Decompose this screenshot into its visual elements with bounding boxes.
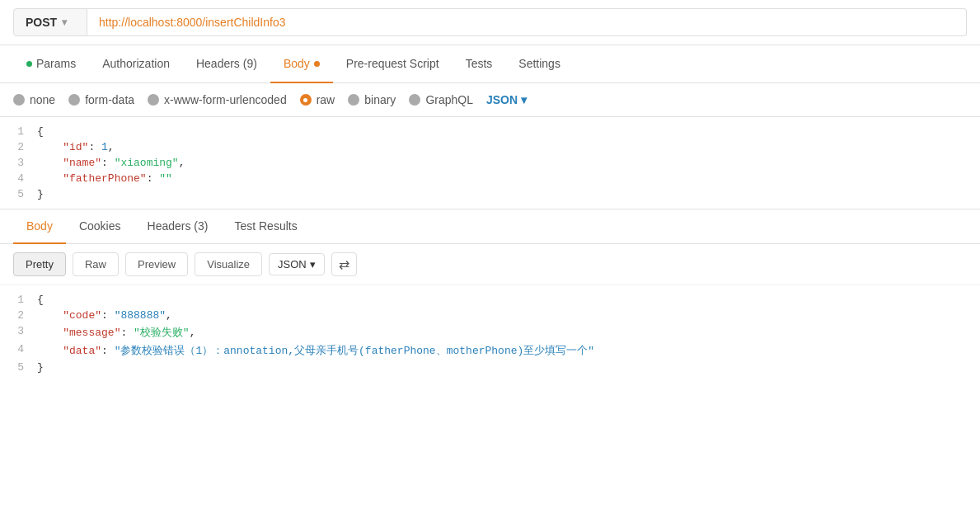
tab-tests[interactable]: Tests	[452, 45, 506, 83]
resp-content-3: "message": "校验失败",	[37, 325, 980, 340]
resp-tab-cookies-label: Cookies	[79, 219, 121, 233]
resp-linenum-2: 2	[0, 309, 37, 322]
req-content-2: "id": 1,	[37, 141, 980, 153]
view-pretty-button[interactable]: Pretty	[13, 252, 66, 276]
response-json-format-selector[interactable]: JSON ▾	[269, 253, 325, 275]
url-input[interactable]	[87, 8, 967, 36]
req-content-4: "fatherPhone": ""	[37, 172, 980, 185]
body-type-binary-label: binary	[364, 93, 396, 106]
response-json-label: JSON	[278, 258, 307, 270]
resp-tab-test-results-label: Test Results	[234, 219, 297, 233]
tab-params[interactable]: Params	[13, 45, 89, 83]
req-line-2: 2 "id": 1,	[0, 139, 980, 155]
resp-content-1: {	[37, 294, 980, 306]
request-code-editor[interactable]: 1 { 2 "id": 1, 3 "name": "xiaoming", 4 "…	[0, 117, 980, 209]
method-selector[interactable]: POST ▾	[13, 8, 87, 36]
req-content-1: {	[37, 125, 980, 138]
resp-tab-headers-label: Headers (3)	[148, 219, 209, 233]
req-content-3: "name": "xiaoming",	[37, 157, 980, 169]
wrap-text-icon[interactable]: ⇄	[331, 252, 357, 276]
req-line-3: 3 "name": "xiaoming",	[0, 155, 980, 171]
tab-prerequest-label: Pre-request Script	[346, 57, 439, 70]
resp-tab-test-results[interactable]: Test Results	[221, 209, 310, 244]
body-type-urlencoded[interactable]: x-www-form-urlencoded	[148, 93, 287, 106]
req-line-5: 5 }	[0, 186, 980, 202]
body-type-formdata-label: form-data	[85, 93, 134, 106]
method-chevron-icon: ▾	[62, 16, 67, 28]
tab-settings-label: Settings	[518, 57, 560, 70]
req-line-1: 1 {	[0, 124, 980, 139]
radio-raw-icon	[300, 94, 312, 106]
body-type-none[interactable]: none	[13, 93, 55, 106]
req-linenum-5: 5	[0, 188, 37, 200]
tab-headers[interactable]: Headers (9)	[183, 45, 270, 83]
resp-line-1: 1 {	[0, 292, 980, 308]
tab-prerequest[interactable]: Pre-request Script	[333, 45, 452, 83]
response-code-editor: 1 { 2 "code": "888888", 3 "message": "校验…	[0, 285, 980, 382]
req-linenum-4: 4	[0, 172, 37, 185]
body-type-bar: none form-data x-www-form-urlencoded raw…	[0, 83, 980, 117]
response-json-chevron-icon: ▾	[310, 258, 316, 270]
json-format-label: JSON	[486, 93, 518, 106]
tab-params-label: Params	[36, 57, 76, 70]
view-type-bar: Pretty Raw Preview Visualize JSON ▾ ⇄	[0, 244, 980, 285]
body-dot-icon	[314, 61, 320, 67]
tab-tests-label: Tests	[466, 57, 493, 70]
tab-authorization-label: Authorization	[102, 57, 170, 70]
req-linenum-1: 1	[0, 125, 37, 138]
radio-binary-icon	[348, 94, 359, 106]
radio-none-icon	[13, 94, 25, 106]
request-tabs-bar: Params Authorization Headers (9) Body Pr…	[0, 45, 980, 83]
resp-line-5: 5 }	[0, 360, 980, 375]
body-type-none-label: none	[30, 93, 55, 106]
body-type-binary[interactable]: binary	[348, 93, 396, 106]
radio-formdata-icon	[68, 94, 80, 106]
resp-content-2: "code": "888888",	[37, 309, 980, 322]
method-label: POST	[26, 16, 57, 29]
json-format-chevron-icon: ▾	[521, 93, 527, 106]
req-linenum-2: 2	[0, 141, 37, 153]
response-tabs-bar: Body Cookies Headers (3) Test Results	[0, 209, 980, 244]
view-raw-button[interactable]: Raw	[73, 252, 119, 276]
view-visualize-button[interactable]: Visualize	[195, 252, 262, 276]
tab-body[interactable]: Body	[270, 45, 333, 83]
body-type-urlencoded-label: x-www-form-urlencoded	[164, 93, 287, 106]
resp-content-5: }	[37, 361, 980, 374]
radio-urlencoded-icon	[148, 94, 159, 106]
body-type-raw[interactable]: raw	[300, 93, 335, 106]
resp-tab-cookies[interactable]: Cookies	[66, 209, 134, 244]
body-type-graphql[interactable]: GraphQL	[409, 93, 473, 106]
resp-line-4: 4 "data": "参数校验错误（1）：annotation,父母亲手机号(f…	[0, 341, 980, 360]
tab-headers-label: Headers (9)	[196, 57, 257, 70]
req-linenum-3: 3	[0, 157, 37, 169]
params-dot-icon	[26, 61, 32, 67]
resp-line-2: 2 "code": "888888",	[0, 308, 980, 323]
resp-linenum-4: 4	[0, 343, 37, 355]
body-type-formdata[interactable]: form-data	[68, 93, 134, 106]
resp-linenum-3: 3	[0, 325, 37, 337]
tab-settings[interactable]: Settings	[505, 45, 574, 83]
resp-line-3: 3 "message": "校验失败",	[0, 323, 980, 341]
resp-linenum-5: 5	[0, 361, 37, 374]
view-preview-button[interactable]: Preview	[125, 252, 188, 276]
tab-body-label: Body	[284, 57, 310, 70]
json-format-selector[interactable]: JSON ▾	[486, 93, 527, 106]
body-type-raw-label: raw	[317, 93, 335, 106]
resp-tab-body-label: Body	[26, 219, 53, 233]
resp-content-4: "data": "参数校验错误（1）：annotation,父母亲手机号(fat…	[37, 343, 980, 358]
radio-graphql-icon	[409, 94, 420, 106]
tab-authorization[interactable]: Authorization	[89, 45, 183, 83]
resp-linenum-1: 1	[0, 294, 37, 306]
resp-tab-headers[interactable]: Headers (3)	[134, 209, 222, 244]
req-line-4: 4 "fatherPhone": ""	[0, 171, 980, 186]
url-bar: POST ▾	[0, 0, 980, 45]
resp-tab-body[interactable]: Body	[13, 209, 66, 244]
body-type-graphql-label: GraphQL	[425, 93, 473, 106]
req-content-5: }	[37, 188, 980, 200]
